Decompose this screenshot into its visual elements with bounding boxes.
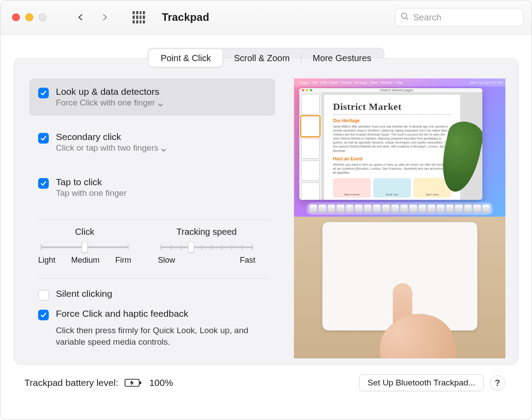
slider-tracking-thumb[interactable] xyxy=(188,241,194,253)
forward-button[interactable] xyxy=(98,11,111,24)
option-silent-clicking[interactable]: Silent clicking xyxy=(38,286,278,303)
divider xyxy=(38,278,269,279)
slider-label: Light xyxy=(38,256,55,265)
preview-card: Stock Your xyxy=(373,178,411,198)
preview-heading: Host an Event xyxy=(333,156,451,161)
preview-document-page: District Market Our Heritage Janet Mille… xyxy=(324,95,460,200)
checkbox-secondary-click[interactable] xyxy=(38,133,49,144)
slider-label: Firm xyxy=(115,256,131,265)
window-title: Trackpad xyxy=(162,11,209,23)
option-title: Secondary click xyxy=(56,132,166,142)
checkbox-tap-to-click[interactable] xyxy=(38,178,49,189)
preview-pages-window: District Market.pages District Market Ou… xyxy=(299,88,482,200)
tab-scroll-zoom[interactable]: Scroll & Zoom xyxy=(223,49,301,67)
option-lookup-data-detectors[interactable]: Look up & data detectors Force Click wit… xyxy=(29,78,275,116)
settings-panel: Look up & data detectors Force Click wit… xyxy=(14,58,518,365)
chevron-down-icon xyxy=(161,145,166,151)
preview-paragraph: Janet Millet's little sandwich truck sur… xyxy=(333,124,451,153)
window-toolbar: Trackpad xyxy=(0,0,532,35)
slider-click-heading: Click xyxy=(38,227,131,237)
search-input[interactable] xyxy=(410,12,525,23)
search-icon xyxy=(400,12,410,23)
option-subtitle-dropdown[interactable]: Click or tap with two fingers xyxy=(56,143,166,153)
option-tap-to-click[interactable]: Tap to click Tap with one finger xyxy=(29,169,275,206)
window-traffic-lights xyxy=(12,13,47,21)
preview-card: Take It Home xyxy=(333,178,371,198)
gesture-preview: Pages File Edit Insert Format Arrange Vi… xyxy=(294,78,505,358)
svg-rect-3 xyxy=(140,381,141,384)
window-footer: Trackpad battery level: 100% Set Up Blue… xyxy=(14,365,518,391)
slider-label: Slow xyxy=(158,256,175,265)
option-description: Click then press firmly for Quick Look, … xyxy=(56,325,278,347)
divider xyxy=(38,219,269,220)
option-subtitle-dropdown[interactable]: Force Click with one finger xyxy=(56,98,163,108)
preview-hand-illustration xyxy=(384,283,437,358)
svg-line-1 xyxy=(406,18,408,19)
preview-doc-title: District Market xyxy=(333,101,451,113)
option-title: Force Click and haptic feedback xyxy=(56,308,188,319)
slider-tracking-speed[interactable] xyxy=(158,241,255,253)
slider-click[interactable] xyxy=(38,241,131,253)
option-title: Silent clicking xyxy=(56,288,112,299)
slider-label: Medium xyxy=(71,256,100,265)
battery-percentage: 100% xyxy=(149,377,173,388)
slider-click-thumb[interactable] xyxy=(82,241,88,253)
preview-heading: Our Heritage xyxy=(333,118,451,123)
battery-charging-icon xyxy=(125,378,142,388)
preview-doc-filename: District Market.pages xyxy=(314,88,480,92)
tab-point-click[interactable]: Point & Click xyxy=(149,49,222,67)
show-all-prefs-button[interactable] xyxy=(133,11,145,23)
tab-more-gestures[interactable]: More Gestures xyxy=(301,49,383,67)
slider-tracking-heading: Tracking speed xyxy=(158,227,255,237)
svg-marker-4 xyxy=(130,380,134,386)
svg-point-0 xyxy=(402,13,407,19)
preview-paragraph: Whether you want to rent our space or ha… xyxy=(333,163,451,175)
preview-menubar: Pages File Edit Insert Format Arrange Vi… xyxy=(294,78,505,86)
chevron-down-icon xyxy=(158,100,163,105)
slider-label: Fast xyxy=(240,256,255,265)
search-field[interactable] xyxy=(395,8,524,27)
preview-dock xyxy=(307,202,493,215)
option-subtitle: Tap with one finger xyxy=(56,188,127,198)
preview-menubar-app: Pages xyxy=(299,81,309,85)
option-force-click[interactable]: Force Click and haptic feedback xyxy=(38,306,278,323)
option-secondary-click[interactable]: Secondary click Click or tap with two fi… xyxy=(29,124,275,161)
minimize-window-button[interactable] xyxy=(25,13,33,21)
preview-pages-thumbnails xyxy=(299,92,321,200)
option-title: Look up & data detectors xyxy=(56,86,163,97)
preview-desktop: Pages File Edit Insert Format Arrange Vi… xyxy=(294,78,505,217)
checkbox-force-click[interactable] xyxy=(38,310,49,320)
close-window-button[interactable] xyxy=(12,13,20,21)
help-button[interactable]: ? xyxy=(490,375,505,390)
setup-bluetooth-trackpad-button[interactable]: Set Up Bluetooth Trackpad... xyxy=(359,374,484,391)
trackpad-prefs-window: Trackpad Point & Click Scroll & Zoom Mor… xyxy=(0,0,532,420)
checkbox-lookup[interactable] xyxy=(38,88,49,98)
option-title: Tap to click xyxy=(56,177,127,187)
checkbox-silent-clicking[interactable] xyxy=(38,290,49,300)
zoom-window-button[interactable] xyxy=(39,13,47,21)
battery-label: Trackpad battery level: xyxy=(24,377,118,388)
tab-bar: Point & Click Scroll & Zoom More Gesture… xyxy=(148,48,384,68)
preview-trackpad-area xyxy=(294,217,505,358)
back-button[interactable] xyxy=(74,11,87,24)
preview-menubar-time: Mon Jun 22 9:41 AM xyxy=(470,81,503,85)
